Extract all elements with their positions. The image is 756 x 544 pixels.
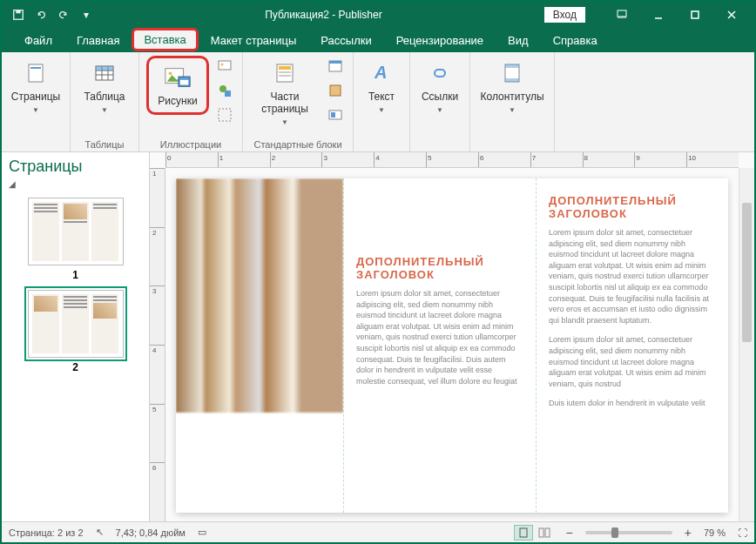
ribbon-group-text: A Текст ▼: [354, 52, 410, 151]
tab-pagelayout[interactable]: Макет страницы: [199, 29, 309, 52]
tab-view[interactable]: Вид: [496, 29, 541, 52]
page-column-3: ДОПОЛНИТЕЛЬНЫЙ ЗАГОЛОВОК Lorem ipsum dol…: [537, 178, 728, 513]
quick-access-toolbar: ▾: [2, 5, 103, 24]
svg-rect-38: [539, 528, 543, 537]
dropdown-arrow-icon: ▼: [378, 106, 385, 114]
publication-page[interactable]: ДОПОЛНИТЕЛЬНЫЙ ЗАГОЛОВОК Lorem ipsum dol…: [176, 178, 728, 513]
window-title: Публикация2 - Publisher: [103, 9, 544, 21]
page-column-2: ДОПОЛНИТЕЛЬНЫЙ ЗАГОЛОВОК Lorem ipsum dol…: [344, 178, 537, 513]
text-label: Текст: [368, 91, 395, 103]
blocks-small-buttons: [325, 56, 346, 125]
links-icon: [426, 59, 454, 87]
close-button[interactable]: [714, 3, 749, 27]
body-text: Lorem ipsum dolor sit amet, consectetuer…: [356, 288, 523, 386]
tab-review[interactable]: Рецензирование: [384, 29, 496, 52]
ribbon-group-blocks: Части страницы ▼ Стандартные блоки: [243, 52, 354, 151]
coordinates: 7,43; 0,84 дюйм: [116, 527, 186, 538]
cursor-icon: ↖: [96, 527, 104, 538]
view-buttons: [514, 525, 554, 541]
pageparts-button[interactable]: Части страницы ▼: [250, 56, 320, 130]
zoom-level[interactable]: 79 %: [704, 527, 726, 538]
group-label: [380, 138, 382, 150]
pages-panel-title: Страницы: [9, 158, 142, 176]
qat-customize-icon[interactable]: ▾: [77, 5, 96, 24]
single-page-view-button[interactable]: [514, 525, 533, 541]
text-button[interactable]: A Текст ▼: [361, 56, 402, 118]
svg-rect-26: [279, 71, 291, 73]
svg-text:A: A: [374, 63, 387, 82]
tab-insert[interactable]: Вставка: [132, 28, 198, 51]
ads-button[interactable]: [325, 104, 346, 125]
pageparts-label: Части страницы: [252, 91, 318, 115]
pictures-label: Рисунки: [158, 95, 197, 107]
ribbon-group-tables: Таблица ▼ Таблицы: [71, 52, 139, 151]
svg-rect-23: [219, 109, 231, 121]
svg-rect-37: [520, 528, 527, 537]
horizontal-ruler: 012345678910: [165, 152, 739, 168]
ribbon-group-links: Ссылки ▼: [410, 52, 470, 151]
login-button[interactable]: Вход: [544, 7, 585, 23]
svg-rect-14: [96, 66, 113, 71]
secondary-heading: ДОПОЛНИТЕЛЬНЫЙ ЗАГОЛОВОК: [356, 255, 523, 281]
svg-rect-4: [692, 11, 699, 18]
pages-icon: [22, 59, 50, 87]
table-label: Таблица: [84, 91, 125, 103]
page-thumb-2[interactable]: 2: [9, 290, 142, 373]
online-pictures-button[interactable]: [214, 56, 235, 77]
vertical-scrollbar[interactable]: [739, 168, 754, 521]
save-button[interactable]: [9, 5, 28, 24]
pages-panel: Страницы ◢ 1 2: [2, 152, 150, 521]
svg-point-16: [169, 71, 172, 75]
picture-placeholder-button[interactable]: [214, 104, 235, 125]
svg-rect-30: [330, 85, 341, 96]
canvas[interactable]: 012345678910 123456 ДОПОЛНИТЕЛЬНЫЙ ЗАГОЛ…: [150, 152, 754, 521]
object-size-icon: ▭: [198, 527, 206, 538]
borders-button[interactable]: [325, 80, 346, 101]
page-indicator[interactable]: Страница: 2 из 2: [9, 527, 84, 538]
body-text: Lorem ipsum dolor sit amet, consectetuer…: [549, 227, 716, 326]
statusbar: Страница: 2 из 2 ↖ 7,43; 0,84 дюйм ▭ − +…: [2, 521, 754, 542]
svg-rect-18: [180, 80, 188, 85]
svg-rect-19: [219, 61, 231, 70]
table-button[interactable]: Таблица ▼: [78, 56, 132, 118]
tab-home[interactable]: Главная: [64, 29, 132, 52]
dropdown-arrow-icon: ▼: [101, 106, 108, 114]
dropdown-arrow-icon: ▼: [509, 106, 516, 114]
links-button[interactable]: Ссылки ▼: [417, 56, 462, 118]
fit-page-button[interactable]: ⛶: [738, 527, 747, 538]
svg-rect-8: [30, 67, 41, 69]
tab-file[interactable]: Файл: [12, 29, 64, 52]
vertical-ruler: 123456: [150, 168, 165, 521]
pages-label: Страницы: [11, 91, 60, 103]
tab-help[interactable]: Справка: [541, 29, 610, 52]
shapes-button[interactable]: [214, 80, 235, 101]
page-thumb-1[interactable]: 1: [9, 198, 142, 281]
undo-button[interactable]: [31, 5, 51, 24]
workarea: Страницы ◢ 1 2 012345678910 123456: [2, 152, 754, 521]
redo-button[interactable]: [54, 5, 73, 24]
illustrations-group-label: Иллюстрации: [160, 138, 221, 150]
svg-rect-27: [279, 75, 291, 77]
table-icon: [91, 59, 118, 87]
ribbon-group-headerfooter: Колонтитулы ▼: [470, 52, 555, 151]
pages-button[interactable]: Страницы ▼: [9, 56, 63, 118]
two-page-view-button[interactable]: [535, 525, 554, 541]
pictures-button[interactable]: Рисунки: [151, 60, 205, 111]
zoom-out-button[interactable]: −: [566, 526, 573, 540]
collapse-icon[interactable]: ◢: [9, 179, 142, 189]
ribbon-options-icon[interactable]: [604, 3, 639, 27]
headerfooter-button[interactable]: Колонтитулы ▼: [477, 56, 547, 118]
calendars-button[interactable]: [325, 56, 346, 77]
zoom-in-button[interactable]: +: [685, 526, 692, 540]
svg-rect-36: [505, 78, 519, 82]
bookshelf-image: [176, 178, 343, 413]
zoom-slider[interactable]: [585, 531, 672, 534]
minimize-button[interactable]: [641, 3, 676, 27]
svg-rect-1: [16, 10, 20, 14]
ribbon-group-pages: Страницы ▼: [2, 52, 71, 151]
tab-mailings[interactable]: Рассылки: [308, 29, 383, 52]
body-text: Duis iutem dolor in hendrerit in vulputa…: [549, 398, 716, 409]
svg-point-20: [221, 64, 224, 66]
group-label: [510, 138, 513, 150]
maximize-button[interactable]: [678, 3, 712, 27]
